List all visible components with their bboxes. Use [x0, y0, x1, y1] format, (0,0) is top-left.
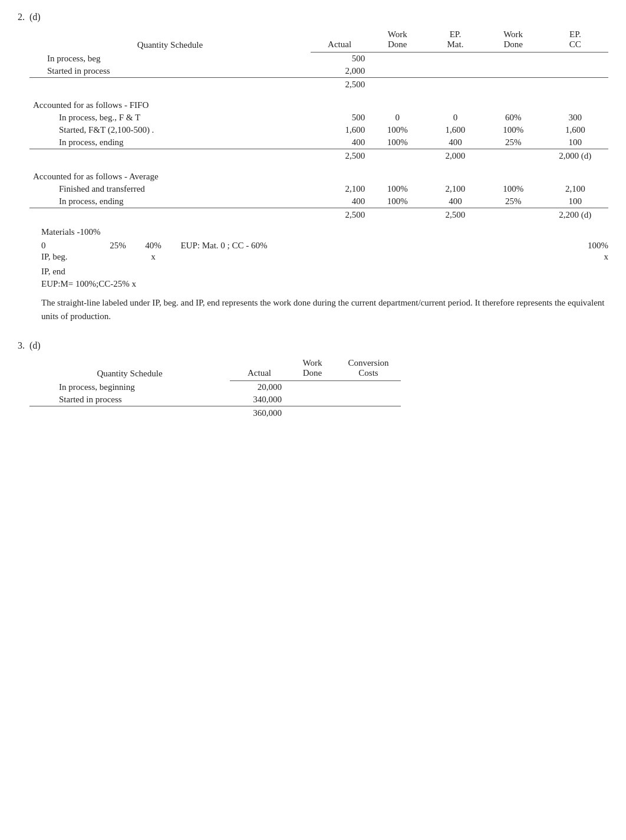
problem3-number: 3.	[18, 340, 25, 351]
problem3-section: Quantity Schedule Actual WorkDone Conver…	[29, 357, 608, 419]
header-actual: Actual	[311, 28, 368, 52]
eup-x-left: x	[136, 252, 171, 262]
avg-header-row: Accounted for as follows - Average	[29, 170, 608, 183]
table-row: In process, ending 400 100% 400 25% 100	[29, 195, 608, 208]
header-ep-cc: EP.CC	[542, 28, 608, 52]
explanation: The straight-line labeled under IP, beg.…	[41, 298, 605, 321]
subtotal-actual: 2,500	[311, 78, 368, 91]
spacer-row	[29, 91, 608, 99]
header-ep-mat: EP.Mat.	[426, 28, 484, 52]
p3-ip-beg-actual: 20,000	[230, 381, 289, 394]
table-row: In process, beginning 20,000	[29, 381, 401, 394]
table-header-row: Quantity Schedule Actual WorkDone EP.Mat…	[29, 28, 608, 52]
problem2-number: 2.	[18, 12, 25, 22]
qs-label: Quantity Schedule	[29, 28, 311, 52]
p3-header-wd: WorkDone	[289, 357, 336, 381]
table-row-subtotal: 2,500	[29, 78, 608, 91]
spacer-row	[29, 162, 608, 170]
p3-started: Started in process	[29, 393, 230, 406]
problem3-letter: (d)	[29, 340, 41, 351]
table-row: Finished and transferred 2,100 100% 2,10…	[29, 183, 608, 195]
eup-section: 0 25% 40% EUP: Mat. 0 ; CC - 60% 100% IP…	[41, 241, 608, 289]
row-fifo-started: Started, F&T (2,100-500) .	[29, 124, 311, 136]
eup-row-2: IP, beg. x x	[41, 252, 608, 262]
eup-zero: 0	[41, 241, 100, 251]
row-avg-ipend: In process, ending	[29, 195, 311, 208]
table-row: In process, ending 400 100% 400 25% 100	[29, 136, 608, 149]
avg-subtotal-row: 2,500 2,500 2,200 (d)	[29, 208, 608, 222]
problem2-letter: (d)	[29, 12, 41, 22]
eup-x-right: x	[277, 252, 608, 262]
ip-beg-label: IP, beg.	[41, 252, 100, 262]
p3-header-cc: ConversionCosts	[336, 357, 401, 381]
row-ip-beg-actual: 500	[311, 52, 368, 65]
eup-25pct: 25%	[100, 241, 136, 251]
ip-end-eup-row: EUP:M= 100%;CC-25% x	[41, 279, 608, 289]
explanation-text: The straight-line labeled under IP, beg.…	[41, 296, 608, 323]
row-started: Started in process	[29, 65, 311, 78]
row-ip-beg: In process, beg	[29, 52, 311, 65]
fifo-subtotal-row: 2,500 2,000 2,000 (d)	[29, 149, 608, 163]
eup-40pct: 40%	[136, 241, 171, 251]
problem3-table: Quantity Schedule Actual WorkDone Conver…	[29, 357, 401, 419]
problem2-section: Quantity Schedule Actual WorkDone EP.Mat…	[29, 28, 608, 323]
p3-qs-label: Quantity Schedule	[29, 357, 230, 381]
p3-header-actual: Actual	[230, 357, 289, 381]
ip-end-row: IP, end	[41, 267, 608, 277]
ip-end-eup: EUP:M= 100%;CC-25% x	[41, 279, 136, 288]
p3-subtotal-row: 360,000	[29, 406, 401, 420]
table-row: In process, beg., F & T 500 0 0 60% 300	[29, 111, 608, 124]
header-work-done-1: WorkDone	[368, 28, 426, 52]
eup-row-1: 0 25% 40% EUP: Mat. 0 ; CC - 60% 100%	[41, 241, 608, 251]
p3-started-actual: 340,000	[230, 393, 289, 406]
fifo-header-row: Accounted for as follows - FIFO	[29, 99, 608, 111]
header-work-done-2: WorkDone	[485, 28, 542, 52]
row-fifo-ipbeg: In process, beg., F & T	[29, 111, 311, 124]
ip-end-label: IP, end	[41, 267, 65, 276]
problem3-header: 3. (d)	[18, 340, 608, 351]
eup-100pct: 100%	[277, 241, 608, 251]
row-started-actual: 2,000	[311, 65, 368, 78]
avg-label: Accounted for as follows - Average	[29, 170, 311, 183]
eup-mat-cc: EUP: Mat. 0 ; CC - 60%	[171, 241, 277, 251]
problem2-header: 2. (d)	[18, 12, 608, 22]
table-row: Started in process 340,000	[29, 393, 401, 406]
p3-subtotal: 360,000	[230, 406, 289, 420]
quantity-schedule-table: Quantity Schedule Actual WorkDone EP.Mat…	[29, 28, 608, 221]
table-row: In process, beg 500	[29, 52, 608, 65]
table-row: Started, F&T (2,100-500) . 1,600 100% 1,…	[29, 124, 608, 136]
row-fifo-ipend: In process, ending	[29, 136, 311, 149]
fifo-label: Accounted for as follows - FIFO	[29, 99, 311, 111]
row-avg-finished: Finished and transferred	[29, 183, 311, 195]
p3-ip-beg: In process, beginning	[29, 381, 230, 394]
materials-note: Materials -100%	[41, 227, 608, 237]
p3-header-row: Quantity Schedule Actual WorkDone Conver…	[29, 357, 401, 381]
table-row: Started in process 2,000	[29, 65, 608, 78]
